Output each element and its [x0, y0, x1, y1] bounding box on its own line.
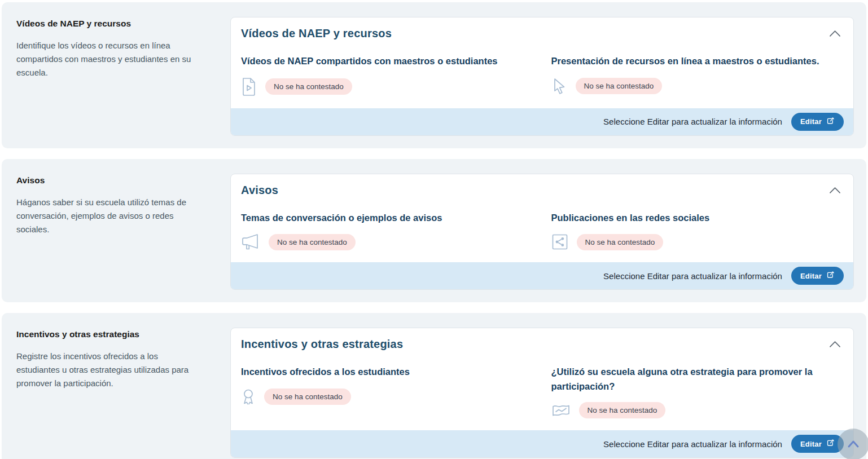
card-body: Vídeos de NAEP compartidos con maestros …: [231, 40, 853, 108]
section-sidebar: Vídeos de NAEP y recursos Identifique lo…: [15, 17, 230, 136]
incentivos-card: Incentivos y otras estrategias Incentivo…: [230, 328, 854, 458]
section-incentivos: Incentivos y otras estrategias Registre …: [2, 313, 866, 459]
status-badge: No se ha contestado: [579, 402, 666, 418]
footer-note: Seleccione Editar para actualizar la inf…: [603, 439, 782, 449]
status-badge: No se ha contestado: [264, 389, 351, 405]
scroll-to-top-button[interactable]: [838, 429, 868, 459]
edit-button[interactable]: Editar: [791, 435, 844, 453]
sidebar-title: Avisos: [16, 175, 210, 186]
question-item: Temas de conversación o ejemplos de avis…: [241, 211, 533, 251]
edit-button[interactable]: Editar: [791, 113, 844, 131]
question-item: Presentación de recursos en línea a maes…: [551, 54, 844, 96]
card-header: Avisos: [231, 174, 853, 197]
question-label: Incentivos ofrecidos a los estudiantes: [241, 365, 533, 379]
status-badge: No se ha contestado: [269, 234, 356, 250]
section-videos-naep: Vídeos de NAEP y recursos Identifique lo…: [2, 2, 866, 148]
edit-button-label: Editar: [800, 440, 822, 448]
flag-chart-icon: [551, 403, 571, 418]
cursor-arrow-icon: [551, 77, 567, 95]
card-header: Vídeos de NAEP y recursos: [231, 17, 853, 40]
file-play-icon: [241, 77, 257, 96]
card-body: Incentivos ofrecidos a los estudiantes N…: [231, 351, 853, 430]
question-label: Vídeos de NAEP compartidos con maestros …: [241, 54, 533, 69]
card-footer: Seleccione Editar para actualizar la inf…: [231, 430, 853, 457]
edit-button[interactable]: Editar: [791, 267, 844, 285]
chevron-up-icon: [829, 341, 841, 350]
status-badge: No se ha contestado: [576, 78, 663, 94]
card-body: Temas de conversación o ejemplos de avis…: [231, 197, 853, 263]
sidebar-description: Registre los incentivos ofrecidos a los …: [16, 350, 203, 390]
card-footer: Seleccione Editar para actualizar la inf…: [231, 262, 853, 289]
card-title: Avisos: [241, 184, 278, 197]
question-item: ¿Utilizó su escuela alguna otra estrateg…: [551, 365, 844, 418]
edit-button-label: Editar: [800, 117, 822, 126]
chevron-up-icon: [847, 439, 860, 450]
status-badge: No se ha contestado: [265, 78, 352, 95]
status-badge: No se ha contestado: [577, 234, 664, 250]
share-square-icon: [551, 233, 568, 250]
award-ribbon-icon: [241, 388, 256, 406]
question-label: Presentación de recursos en línea a maes…: [551, 54, 844, 69]
question-item: Vídeos de NAEP compartidos con maestros …: [241, 54, 533, 96]
section-avisos: Avisos Háganos saber si su escuela utili…: [2, 159, 866, 303]
question-label: Temas de conversación o ejemplos de avis…: [241, 211, 533, 226]
card-header: Incentivos y otras estrategias: [231, 328, 853, 351]
footer-note: Seleccione Editar para actualizar la inf…: [603, 271, 782, 281]
avisos-card: Avisos Temas de conversación o ejemplos …: [230, 174, 854, 290]
question-item: Incentivos ofrecidos a los estudiantes N…: [241, 365, 533, 418]
question-label: Publicaciones en las redes sociales: [551, 211, 844, 226]
question-item: Publicaciones en las redes sociales No s…: [551, 211, 844, 251]
question-label: ¿Utilizó su escuela alguna otra estrateg…: [551, 365, 844, 394]
section-sidebar: Avisos Háganos saber si su escuela utili…: [15, 174, 230, 290]
footer-note: Seleccione Editar para actualizar la inf…: [603, 117, 782, 126]
collapse-section-button[interactable]: [828, 339, 842, 349]
videos-naep-card: Vídeos de NAEP y recursos Vídeos de NAEP…: [230, 17, 854, 136]
edit-pencil-square-icon: [826, 117, 835, 127]
chevron-up-icon: [829, 30, 841, 39]
card-title: Incentivos y otras estrategias: [241, 338, 403, 351]
edit-pencil-square-icon: [826, 271, 835, 281]
edit-button-label: Editar: [800, 272, 822, 280]
card-title: Vídeos de NAEP y recursos: [241, 27, 392, 40]
collapse-section-button[interactable]: [828, 29, 842, 38]
megaphone-icon: [241, 233, 260, 250]
section-sidebar: Incentivos y otras estrategias Registre …: [15, 328, 230, 458]
sidebar-title: Incentivos y otras estrategias: [16, 329, 210, 339]
sidebar-title: Vídeos de NAEP y recursos: [16, 19, 210, 29]
card-footer: Seleccione Editar para actualizar la inf…: [231, 108, 853, 135]
edit-pencil-square-icon: [826, 439, 835, 449]
sidebar-description: Háganos saber si su escuela utilizó tema…: [16, 196, 203, 236]
collapse-section-button[interactable]: [828, 186, 842, 195]
chevron-up-icon: [829, 187, 841, 196]
sidebar-description: Identifique los vídeos o recursos en lín…: [16, 39, 203, 80]
